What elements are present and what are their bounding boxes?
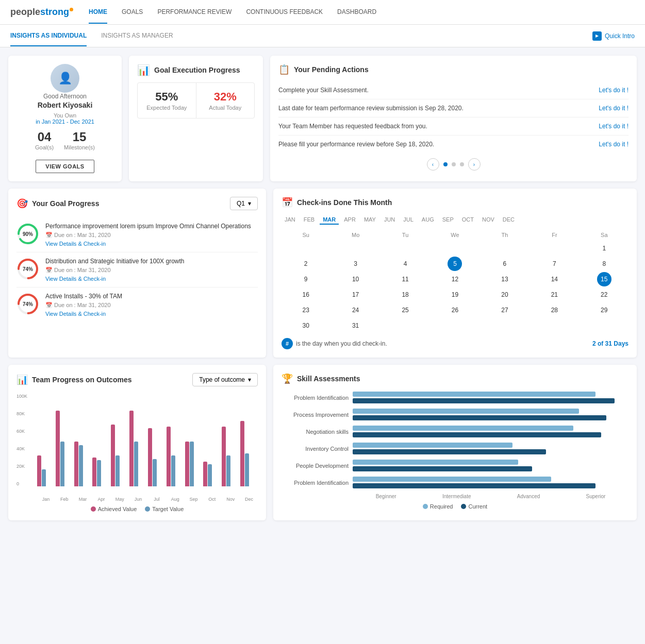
view-goals-button[interactable]: VIEW GOALS: [36, 160, 94, 173]
calendar-day[interactable]: 22: [597, 287, 611, 302]
outcome-label: Type of outcome: [199, 376, 245, 383]
calendar-day[interactable]: 31: [349, 318, 363, 333]
y-label: 80K: [16, 411, 27, 416]
calendar-day[interactable]: 7: [547, 257, 561, 271]
view-details-link[interactable]: View Details & Check-in: [45, 276, 258, 282]
quick-intro-button[interactable]: Quick Intro: [592, 31, 635, 41]
calendar-day[interactable]: 26: [448, 303, 462, 317]
checkin-count: 2 of 31 Days: [592, 340, 629, 347]
nav-link-performance-review[interactable]: PERFORMANCE REVIEW: [157, 1, 231, 24]
skill-assessments-card: 🏆 Skill Assessments Problem Identificati…: [273, 365, 637, 520]
goal-due: 📅 Due on : Mar 31, 2020: [45, 302, 258, 309]
page-dot-2[interactable]: [452, 162, 456, 166]
skill-current-bar: [353, 466, 532, 471]
lets-do-link[interactable]: Let's do it !: [599, 105, 629, 112]
month-tab-dec[interactable]: DEC: [500, 215, 518, 225]
calendar-day[interactable]: 3: [349, 257, 363, 271]
calendar-day[interactable]: 10: [349, 272, 363, 286]
actual-pct: 32%: [202, 90, 250, 104]
page-dot-1[interactable]: [443, 162, 448, 166]
logo-strong-text: strong: [40, 7, 69, 17]
calendar-day-empty: [431, 241, 479, 256]
calendar-day[interactable]: 5: [448, 257, 462, 271]
calendar-day[interactable]: 1: [597, 241, 611, 256]
calendar-day-empty: [580, 318, 629, 333]
calendar-day[interactable]: 23: [299, 303, 313, 317]
calendar-day[interactable]: 24: [349, 303, 363, 317]
legend-item: Achieved Value: [91, 506, 137, 512]
y-label: 20K: [16, 464, 27, 469]
calendar-day[interactable]: 21: [547, 287, 561, 302]
tab-insights-as-individual[interactable]: INSIGHTS AS INDIVIDUAL: [10, 26, 87, 46]
month-tab-jul[interactable]: JUL: [400, 215, 417, 225]
calendar-day[interactable]: 12: [448, 272, 462, 286]
calendar-day[interactable]: 13: [498, 272, 512, 286]
calendar-day[interactable]: 29: [597, 303, 611, 317]
nav-link-continuous-feedback[interactable]: CONTINUOUS FEEDBACK: [246, 1, 323, 24]
goal-items-list: 90% Performance improvement lorem ipsum …: [16, 217, 258, 322]
skill-legend: Required Current: [282, 503, 629, 510]
prev-arrow[interactable]: ‹: [427, 158, 439, 171]
target-bar: [226, 455, 230, 486]
bar-group: [185, 442, 203, 486]
next-arrow[interactable]: ›: [468, 158, 481, 171]
month-tab-apr[interactable]: APR: [341, 215, 359, 225]
skill-current-bar: [353, 449, 546, 454]
bar-group: [167, 427, 184, 486]
pending-item: Your Team Member has requested feedback …: [278, 117, 629, 135]
calendar-day[interactable]: 20: [498, 287, 512, 302]
y-label: 60K: [16, 429, 27, 434]
lets-do-link[interactable]: Let's do it !: [599, 123, 629, 130]
outcome-type-dropdown[interactable]: Type of outcome ▾: [192, 373, 258, 386]
page-dot-3[interactable]: [460, 162, 464, 166]
calendar-day[interactable]: 15: [597, 272, 611, 286]
calendar-day[interactable]: 6: [498, 257, 512, 271]
calendar-day[interactable]: 9: [299, 272, 313, 286]
nav-link-home[interactable]: HOME: [89, 1, 107, 24]
month-tab-may[interactable]: MAY: [361, 215, 379, 225]
chart-legend: Achieved Value Target Value: [16, 506, 258, 512]
calendar-day[interactable]: 30: [299, 318, 313, 333]
calendar-day[interactable]: 28: [547, 303, 561, 317]
goal-name: Distribution and Strategic Initiative fo…: [45, 258, 258, 265]
lets-do-link[interactable]: Let's do it !: [599, 87, 629, 94]
calendar-day[interactable]: 19: [448, 287, 462, 302]
calendar-day[interactable]: 18: [398, 287, 412, 302]
goal-execution-title: Goal Execution Progress: [154, 66, 240, 74]
target-bar: [208, 464, 212, 486]
bar-group: [148, 428, 166, 486]
month-tab-aug[interactable]: AUG: [419, 215, 437, 225]
month-tab-jan[interactable]: JAN: [282, 215, 299, 225]
pending-text: Complete your Skill Assessment.: [278, 87, 592, 94]
skill-current-bar: [353, 432, 601, 437]
month-tab-nov[interactable]: NOV: [479, 215, 498, 225]
calendar-day[interactable]: 27: [498, 303, 512, 317]
skill-legend-dot: [423, 504, 428, 509]
month-tab-feb[interactable]: FEB: [301, 215, 318, 225]
calendar-day[interactable]: 4: [398, 257, 412, 271]
nav-link-dashboard[interactable]: DASHBOARD: [337, 1, 376, 24]
calendar-day[interactable]: 2: [299, 257, 313, 271]
view-details-link[interactable]: View Details & Check-in: [45, 311, 258, 317]
calendar-day[interactable]: 11: [398, 272, 412, 286]
pending-actions-card: 📋 Your Pending Actions Complete your Ski…: [270, 56, 637, 181]
actual-today: 32% Actual Today: [196, 83, 255, 118]
skill-required-bar: [353, 409, 579, 414]
calendar-day[interactable]: 17: [349, 287, 363, 302]
nav-link-goals[interactable]: GOALS: [122, 1, 143, 24]
view-details-link[interactable]: View Details & Check-in: [45, 241, 258, 247]
calendar-day[interactable]: 14: [547, 272, 561, 286]
tab-insights-as-manager[interactable]: INSIGHTS AS MANAGER: [101, 26, 173, 46]
month-tab-mar[interactable]: MAR: [320, 215, 339, 225]
calendar-day[interactable]: 25: [398, 303, 412, 317]
month-tabs: JANFEBMARAPRMAYJUNJULAUGSEPOCTNOVDEC: [282, 215, 629, 225]
calendar-day[interactable]: 8: [597, 257, 611, 271]
month-tab-sep[interactable]: SEP: [439, 215, 457, 225]
target-bar: [97, 460, 101, 486]
quarter-dropdown[interactable]: Q1 ▾: [230, 197, 258, 210]
month-tab-jun[interactable]: JUN: [381, 215, 398, 225]
pending-actions-title: Your Pending Actions: [294, 65, 369, 74]
calendar-day[interactable]: 16: [299, 287, 313, 302]
month-tab-oct[interactable]: OCT: [459, 215, 477, 225]
lets-do-link[interactable]: Let's do it !: [599, 141, 629, 148]
